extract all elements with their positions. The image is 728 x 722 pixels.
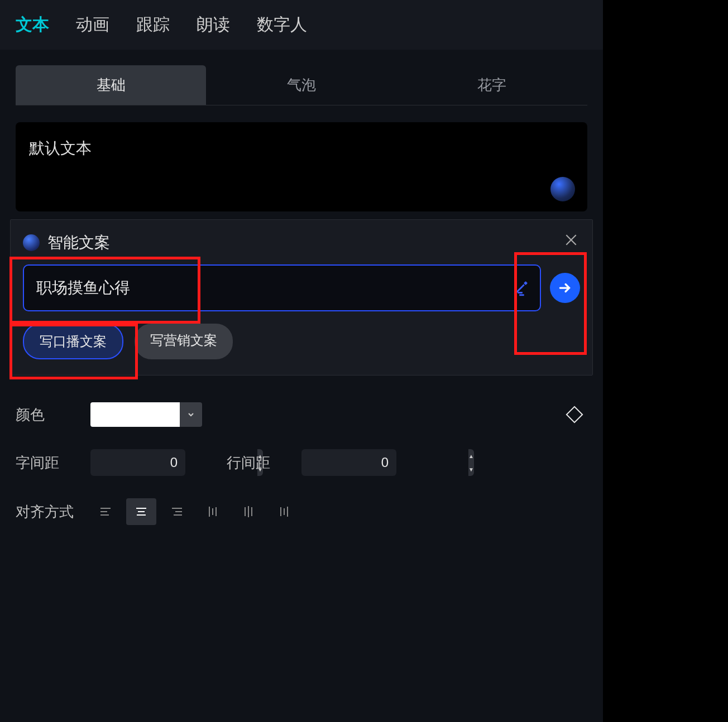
letter-spacing-label: 字间距 bbox=[16, 453, 77, 473]
smart-input-row bbox=[23, 264, 580, 311]
subtab-basic[interactable]: 基础 bbox=[16, 65, 206, 105]
color-swatch[interactable] bbox=[90, 402, 180, 427]
line-spacing-input[interactable] bbox=[301, 455, 468, 470]
tab-tracking[interactable]: 跟踪 bbox=[136, 13, 170, 36]
smart-copy-input[interactable] bbox=[36, 279, 510, 297]
vertical-align-center-icon[interactable] bbox=[233, 498, 264, 525]
top-tab-bar: 文本 动画 跟踪 朗读 数字人 bbox=[0, 0, 603, 50]
smart-orb-icon bbox=[23, 234, 40, 251]
line-spacing-input-wrap: ▲ ▼ bbox=[301, 449, 396, 476]
alignment-row: 对齐方式 bbox=[0, 487, 603, 536]
line-spacing-label: 行间距 bbox=[227, 453, 288, 473]
tab-read-aloud[interactable]: 朗读 bbox=[197, 13, 230, 36]
smart-copy-title: 智能文案 bbox=[47, 232, 110, 253]
color-dropdown[interactable] bbox=[180, 402, 202, 427]
line-spacing-down[interactable]: ▼ bbox=[468, 463, 474, 476]
sub-tab-bar: 基础 气泡 花字 bbox=[16, 65, 587, 105]
align-left-icon[interactable] bbox=[90, 498, 121, 525]
subtab-bubble[interactable]: 气泡 bbox=[206, 65, 396, 105]
chip-broadcast-copy[interactable]: 写口播文案 bbox=[23, 324, 123, 359]
text-panel: 文本 动画 跟踪 朗读 数字人 基础 气泡 花字 默认文本 智能文案 bbox=[0, 0, 603, 722]
vertical-align-right-icon[interactable] bbox=[269, 498, 299, 525]
text-content-box[interactable]: 默认文本 bbox=[16, 122, 587, 211]
close-button[interactable] bbox=[561, 230, 581, 250]
alignment-label: 对齐方式 bbox=[16, 502, 77, 522]
tab-animation[interactable]: 动画 bbox=[76, 13, 109, 36]
line-spacing-up[interactable]: ▲ bbox=[468, 449, 474, 463]
line-spacing-stepper: ▲ ▼ bbox=[468, 449, 474, 476]
alignment-buttons bbox=[90, 498, 299, 525]
subtab-fancy[interactable]: 花字 bbox=[397, 65, 587, 105]
tab-text[interactable]: 文本 bbox=[16, 13, 49, 36]
smart-copy-panel: 智能文案 写口播文案 bbox=[10, 219, 593, 376]
chip-marketing-copy[interactable]: 写营销文案 bbox=[135, 324, 233, 359]
text-content: 默认文本 bbox=[29, 138, 574, 159]
color-row: 颜色 bbox=[0, 391, 603, 438]
smart-input-container bbox=[23, 264, 541, 311]
vertical-align-left-icon[interactable] bbox=[198, 498, 228, 525]
smart-copy-header: 智能文案 bbox=[23, 232, 580, 253]
color-label: 颜色 bbox=[16, 405, 77, 425]
spacing-row: 字间距 ▲ ▼ 行间距 ▲ ▼ bbox=[0, 438, 603, 487]
magic-wand-icon[interactable] bbox=[510, 277, 532, 299]
tab-digital-human[interactable]: 数字人 bbox=[257, 13, 307, 36]
keyframe-diamond-icon[interactable] bbox=[566, 406, 583, 423]
letter-spacing-input-wrap: ▲ ▼ bbox=[90, 449, 185, 476]
align-center-icon[interactable] bbox=[126, 498, 156, 525]
align-right-icon[interactable] bbox=[162, 498, 192, 525]
submit-button[interactable] bbox=[550, 273, 580, 303]
ai-orb-icon[interactable] bbox=[550, 177, 575, 201]
chip-row: 写口播文案 写营销文案 bbox=[23, 324, 580, 359]
